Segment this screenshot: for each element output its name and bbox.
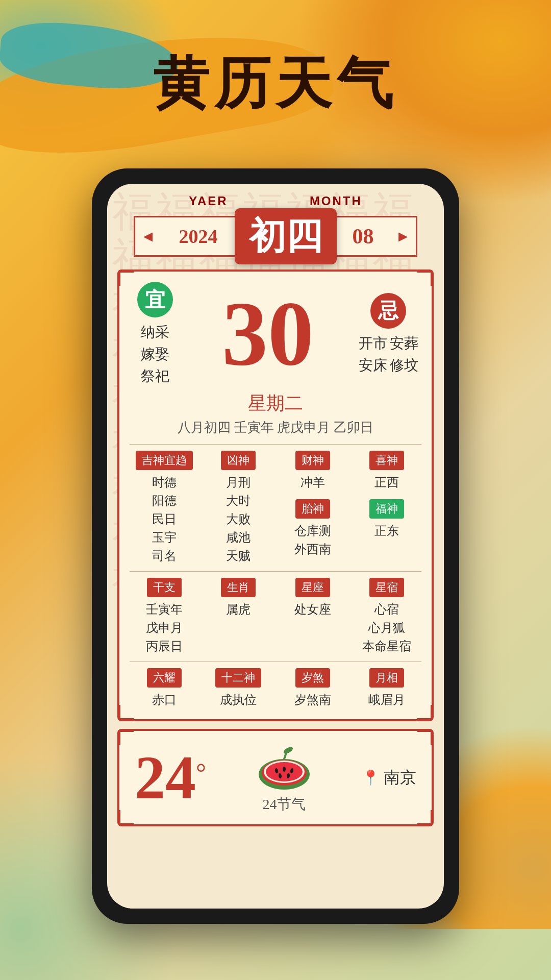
ganzhi-label: 干支 — [147, 578, 182, 597]
big-day-number: 30 — [181, 288, 355, 380]
calendar-header: YAER MONTH ◄ 2024 初四 08 ► — [107, 184, 444, 262]
ym-labels: YAER MONTH — [107, 194, 444, 208]
taishen-value: 仓库测外西南 — [294, 522, 331, 558]
corner-br — [417, 705, 433, 720]
info-grid-1: 吉神宜趋 时德阳德民日玉宇司名 凶神 月刑大时大败咸池天贼 财神 冲羊 胎神 仓… — [130, 451, 421, 565]
yuexiang-label: 月相 — [369, 668, 404, 688]
year-nav-box: ◄ 2024 — [134, 216, 236, 257]
jieqi-label: 24节气 — [263, 795, 306, 814]
phone-mockup: 福福福福福福福福福福福福福福福福福福福福福福福福福福福福福福福福福福福福福福福福… — [92, 168, 459, 924]
weekday-text: 星期二 — [130, 391, 421, 416]
month-value: 08 — [336, 224, 390, 249]
divider-3 — [130, 662, 421, 662]
info-cell-xiongshen: 凶神 月刑大时大败咸池天贼 — [204, 451, 273, 565]
weather-icon-area: 24节气 — [216, 741, 352, 814]
yi-item-3: 祭祀 — [141, 366, 169, 386]
xiongshen-label: 凶神 — [221, 451, 256, 470]
suisha-label: 岁煞 — [295, 668, 330, 688]
xingxiu-value: 心宿心月狐本命星宿 — [362, 600, 411, 655]
corner-bl — [118, 705, 134, 720]
location-name: 南京 — [384, 767, 416, 789]
ji-item-2: 安床 — [359, 356, 387, 375]
info-cell-jishen: 吉神宜趋 时德阳德民日玉宇司名 — [130, 451, 199, 565]
liuyao-label: 六耀 — [147, 668, 182, 688]
temperature-display: 24 ° — [135, 747, 206, 808]
divider-1 — [130, 444, 421, 445]
shengxiao-value: 属虎 — [226, 600, 251, 619]
jishen-value: 时德阳德民日玉宇司名 — [152, 473, 177, 565]
yi-item-1: 纳采 — [141, 323, 169, 342]
divider-2 — [130, 571, 421, 572]
suisha-value: 岁煞南 — [294, 691, 331, 709]
info-cell-xingzuo: 星座 处女座 — [278, 578, 347, 655]
weather-corner-br — [417, 810, 433, 825]
phone-screen: 福福福福福福福福福福福福福福福福福福福福福福福福福福福福福福福福福福福福福福福福… — [107, 184, 444, 909]
yi-item-2: 嫁娶 — [141, 345, 169, 364]
location-area: 📍 南京 — [362, 767, 416, 789]
info-cell-xishen: 喜神 正西 福神 正东 — [353, 451, 422, 565]
liuyao-value: 赤口 — [152, 691, 177, 709]
yuexiang-value: 峨眉月 — [368, 691, 405, 709]
fushen-label: 福神 — [369, 499, 404, 519]
info-cell-yuexiang: 月相 峨眉月 — [353, 668, 422, 709]
info-cell-suisha: 岁煞 岁煞南 — [278, 668, 347, 709]
year-prev-button[interactable]: ◄ — [135, 216, 161, 257]
calendar-card: 宜 纳采 嫁娶 祭祀 30 忌 — [117, 270, 434, 721]
xishen-label: 喜神 — [369, 451, 404, 470]
xingzuo-label: 星座 — [295, 578, 330, 597]
fushen-value: 正东 — [374, 522, 399, 540]
xingzuo-value: 处女座 — [294, 600, 331, 619]
corner-tl — [118, 271, 134, 286]
ji-item-1: 开市 — [359, 334, 387, 353]
corner-tr — [417, 271, 433, 286]
info-cell-ganzhi: 干支 壬寅年戊申月丙辰日 — [130, 578, 199, 655]
info-grid-2: 干支 壬寅年戊申月丙辰日 生肖 属虎 星座 处女座 星宿 心宿心月狐本命星宿 — [130, 578, 421, 655]
taishen-label: 胎神 — [295, 499, 330, 519]
info-cell-liuyao: 六耀 赤口 — [130, 668, 199, 709]
temperature-unit: ° — [196, 757, 206, 787]
ji-col-2: 安葬 修坟 — [390, 334, 418, 375]
ji-item-4: 修坟 — [390, 356, 418, 375]
weather-card: 24 ° — [117, 729, 434, 826]
xingxiu-label: 星宿 — [369, 578, 404, 597]
caishen-value: 冲羊 — [300, 473, 325, 492]
xishen-value: 正西 — [374, 473, 399, 492]
year-value: 2024 — [161, 225, 236, 248]
jishen-label: 吉神宜趋 — [136, 451, 193, 470]
caishen-label: 财神 — [295, 451, 330, 470]
info-grid-3: 六耀 赤口 十二神 成执位 岁煞 岁煞南 月相 峨眉月 — [130, 668, 421, 709]
lunar-info: 八月初四 壬寅年 虎戊申月 乙卯日 — [130, 419, 421, 436]
location-row: 📍 南京 — [362, 767, 416, 789]
shieryi-label: 十二神 — [215, 668, 261, 688]
info-cell-shieryi: 十二神 成执位 — [204, 668, 273, 709]
watermelon-icon — [254, 741, 315, 792]
ganzhi-value: 壬寅年戊申月丙辰日 — [146, 600, 183, 655]
weather-corner-tl — [118, 730, 134, 745]
info-cell-shengxiao: 生肖 属虎 — [204, 578, 273, 655]
ji-badge: 忌 — [370, 293, 406, 329]
ji-item-3: 安葬 — [390, 334, 418, 353]
temperature-value: 24 — [135, 747, 196, 808]
xiongshen-value: 月刑大时大败咸池天贼 — [226, 473, 251, 565]
shengxiao-label: 生肖 — [221, 578, 256, 597]
location-pin-icon: 📍 — [362, 769, 380, 786]
info-cell-xingxiu: 星宿 心宿心月狐本命星宿 — [353, 578, 422, 655]
shieryi-value: 成执位 — [220, 691, 257, 709]
svg-point-5 — [283, 767, 286, 772]
yi-ji-row: 宜 纳采 嫁娶 祭祀 30 忌 — [130, 282, 421, 386]
yi-badge: 宜 — [137, 282, 173, 317]
month-nav-box: 08 ► — [336, 216, 417, 257]
svg-point-10 — [282, 746, 293, 755]
month-label: MONTH — [310, 194, 362, 208]
ji-list: 开市 安床 安葬 修坟 — [355, 334, 421, 375]
month-next-button[interactable]: ► — [390, 216, 416, 257]
weather-corner-bl — [118, 810, 134, 825]
date-nav-row: ◄ 2024 初四 08 ► — [107, 211, 444, 262]
yi-list: 纳采 嫁娶 祭祀 — [130, 323, 181, 386]
weather-corner-tr — [417, 730, 433, 745]
ji-col-1: 开市 安床 — [359, 334, 387, 375]
info-cell-caishen: 财神 冲羊 胎神 仓库测外西南 — [278, 451, 347, 565]
year-label: YAER — [189, 194, 228, 208]
date-chinese-badge: 初四 — [235, 208, 337, 264]
date-chinese-text: 初四 — [249, 212, 322, 261]
